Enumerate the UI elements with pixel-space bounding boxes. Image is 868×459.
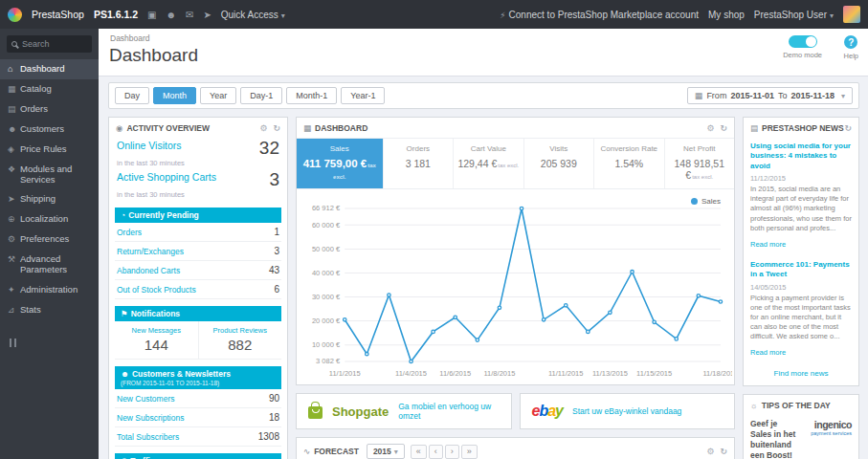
previous-page-button[interactable] [429,445,443,459]
orders-link[interactable]: Orders [117,228,142,237]
gear-icon[interactable] [706,447,714,456]
kpi-visits[interactable]: Visits 205 939 [523,139,593,188]
question-mark-icon [844,35,857,49]
ebay-promo[interactable]: ebay Start uw eBay-winkel vandaag [520,393,736,429]
kpi-label: Orders [386,144,451,153]
gear-icon[interactable] [706,123,714,133]
active-carts-link[interactable]: Active Shopping Carts [117,171,216,183]
search-input[interactable] [22,39,87,49]
returns-link[interactable]: Return/Exchanges [117,247,184,256]
first-page-button[interactable] [411,445,427,459]
customers-range: (FROM 2015-11-01 TO 2015-11-18) [121,380,276,387]
shopgate-promo[interactable]: Shopgate Ga mobiel en verhoog uw omzet [296,393,512,429]
range-day-button[interactable]: Day [115,87,149,104]
sidebar-item-orders[interactable]: ▤Orders [0,99,99,120]
year-select[interactable]: 2015 [367,444,405,459]
quick-access-menu[interactable]: Quick Access [221,10,285,20]
abandoned-carts-link[interactable]: Abandoned Carts [117,266,180,275]
sidebar-search[interactable] [7,35,92,53]
prestashop-logo-text[interactable]: PrestaShop [32,9,84,20]
news-article-title[interactable]: Using social media for your business: 4 … [750,142,852,171]
svg-text:11/4/2015: 11/4/2015 [395,369,427,378]
to-date: 2015-11-18 [790,91,835,100]
page-title: Dashboard [109,45,198,66]
sidebar-item-preferences[interactable]: ⚙Preferences [0,230,99,250]
user-menu[interactable]: PrestaShop User [754,10,834,20]
user-avatar[interactable] [843,6,860,23]
ebay-link[interactable]: Start uw eBay-winkel vandaag [572,406,681,416]
range-year-1-button[interactable]: Year-1 [341,87,385,104]
kpi-label: Sales [299,144,381,153]
sidebar-item-catalog[interactable]: ▦Catalog [0,79,99,99]
shop-name[interactable]: PS1.6.1.2 [94,9,138,20]
new-subscriptions-link[interactable]: New Subscriptions [117,413,184,423]
kpi-value: 411 759,00 € [303,158,367,169]
prestashop-logo-icon[interactable] [8,8,22,22]
kpi-sales[interactable]: Sales 411 759,00 €tax excl. [297,139,383,188]
help-button[interactable]: Help [844,35,858,60]
demo-mode-toggle[interactable]: Demo mode [783,35,822,59]
sidebar: ⌂Dashboard ▦Catalog ▤Orders ☻Customers ◈… [0,29,99,459]
find-more-news-link[interactable]: Find more news [744,364,858,385]
product-reviews-cell[interactable]: Product Reviews 882 [198,321,282,359]
next-page-button[interactable] [445,445,459,459]
svg-text:10 000 €: 10 000 € [312,340,341,349]
online-visitors-link[interactable]: Online Visitors [117,140,182,151]
messages-notifications-icon[interactable]: ✉ [186,10,193,20]
gear-icon[interactable] [259,123,267,133]
kpi-conversion-rate[interactable]: Conversion Rate 1.54% [593,139,663,188]
sidebar-collapse-button[interactable] [10,334,99,351]
out-of-stock-link[interactable]: Out of Stock Products [117,285,196,295]
range-month-button[interactable]: Month [153,87,196,104]
active-carts-value: 3 [269,169,279,190]
sidebar-item-shipping[interactable]: ➤Shipping [0,189,99,209]
breadcrumb[interactable]: Dashboard [110,33,150,43]
sidebar-item-advanced-parameters[interactable]: ⚒Advanced Parameters [0,250,99,280]
read-more-link[interactable]: Read more [750,348,786,357]
date-range-picker[interactable]: From 2015-11-01 To 2015-11-18 [687,87,853,104]
shopgate-link[interactable]: Ga mobiel en verhoog uw omzet [398,402,499,421]
sidebar-item-localization[interactable]: ⊕Localization [0,209,99,230]
dashboard-panel-icon [303,123,311,133]
sidebar-item-dashboard[interactable]: ⌂Dashboard [0,59,99,79]
sidebar-item-customers[interactable]: ☻Customers [0,120,99,140]
new-messages-cell[interactable]: New Messages 144 [115,321,198,359]
kpi-cart-value[interactable]: Cart Value 129,44 €tax excl. [453,139,523,188]
refresh-icon[interactable] [720,447,727,456]
kpi-value: 129,44 € [457,158,497,169]
cart-notifications-icon[interactable]: ▣ [147,10,156,20]
marketplace-connect-link[interactable]: Connect to PrestaShop Marketplace accoun… [500,10,699,20]
kpi-note: tax excl. [692,174,713,180]
range-day-1-button[interactable]: Day-1 [240,87,282,104]
sales-line-chart: 3 082 €10 000 €20 000 €30 000 €40 000 €5… [299,195,732,382]
read-more-link[interactable]: Read more [750,240,786,249]
chart-legend: Sales [691,197,721,206]
sidebar-item-price-rules[interactable]: ◈Price Rules [0,140,99,160]
kpi-net-profit[interactable]: Net Profit 148 918,51 €tax excl. [664,139,734,188]
last-page-button[interactable] [461,445,478,459]
sidebar-item-label: Preferences [20,234,69,245]
rocket-icon[interactable]: ➤ [203,10,211,20]
help-label: Help [844,52,858,60]
content-header: Dashboard Dashboard Demo mode Help [99,29,868,76]
total-subscribers-link[interactable]: Total Subscribers [117,432,179,442]
sidebar-item-modules[interactable]: ❖Modules and Services [0,160,99,190]
kpi-row: Sales 411 759,00 €tax excl. Orders 3 181… [297,138,734,189]
customers-notifications-icon[interactable]: ☻ [166,10,176,20]
svg-text:40 000 €: 40 000 € [312,269,341,277]
news-article-title[interactable]: Ecommerce 101: Payments in a Tweet [750,260,852,280]
refresh-icon[interactable] [844,123,852,133]
new-customers-link[interactable]: New Customers [117,394,174,404]
kpi-orders[interactable]: Orders 3 181 [383,139,453,188]
range-month-1-button[interactable]: Month-1 [286,87,337,104]
sidebar-item-stats[interactable]: ⊿Stats [0,300,99,320]
refresh-icon[interactable] [720,123,727,133]
kpi-label: Cart Value [456,144,521,153]
range-year-button[interactable]: Year [200,87,236,104]
date-range-toolbar: Day Month Year Day-1 Month-1 Year-1 From… [108,82,859,109]
toggle-on-icon[interactable] [789,35,817,48]
sidebar-item-administration[interactable]: ✦Administration [0,280,99,300]
refresh-icon[interactable] [273,123,280,133]
kpi-value: 3 181 [406,158,431,169]
my-shop-link[interactable]: My shop [708,10,745,20]
